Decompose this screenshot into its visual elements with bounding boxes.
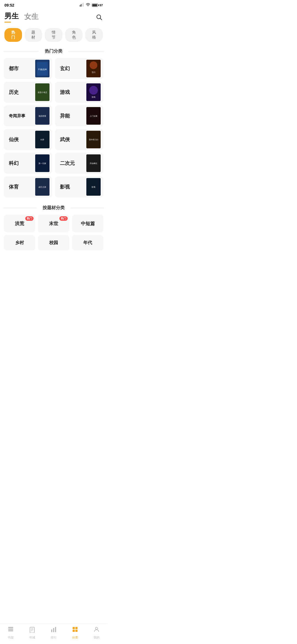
topic-section: 洪荒 热门 末世 热门 中短篇 乡村 校园 年代 [0, 215, 107, 250]
svg-point-15 [89, 86, 98, 95]
book-cover-仙侠: 剑界 [35, 131, 50, 148]
category-card-影视[interactable]: 影视 影视 [55, 176, 103, 197]
category-label-游戏: 游戏 [60, 89, 70, 95]
category-label-科幻: 科幻 [9, 160, 19, 167]
hot-section-title: 热门分类 [0, 48, 107, 54]
category-label-奇闻异事: 奇闻异事 [9, 113, 25, 119]
status-icons: 97 [80, 3, 103, 7]
book-cover-历史: 逍遥小地主 [35, 83, 50, 101]
tab-male[interactable]: 男生 [4, 11, 19, 24]
category-card-异能[interactable]: 异能 上门女婿 [55, 105, 103, 126]
book-cover-二次元: 开始峰狂 [86, 154, 101, 172]
wifi-icon [86, 3, 90, 7]
genre-zhongduan[interactable]: 中短篇 [72, 215, 103, 232]
genre-xiaoyuan[interactable]: 校园 [38, 235, 69, 250]
battery-icon: 97 [92, 4, 103, 7]
book-cover-武侠: 雪中悍刀行 [86, 131, 101, 148]
book-cover-科幻: 第一玩家 [35, 154, 50, 172]
svg-text:游戏: 游戏 [92, 96, 95, 98]
svg-text:诡国密案: 诡国密案 [38, 115, 46, 117]
category-label-武侠: 武侠 [60, 136, 70, 143]
svg-text:逍遥小地主: 逍遥小地主 [38, 91, 47, 93]
tab-female[interactable]: 女生 [24, 12, 38, 24]
category-grid: 都市 不败战神 玄幻 玄幻 [0, 58, 107, 197]
book-cover-影视: 影视 [86, 178, 101, 196]
category-label-玄幻: 玄幻 [60, 65, 70, 72]
svg-text:不败战神: 不败战神 [38, 68, 47, 71]
filter-tabs-row: 热门 题材 情节 角色 风格 [0, 24, 107, 42]
svg-text:开始峰狂: 开始峰狂 [90, 162, 97, 165]
book-cover-奇闻异事: 诡国密案 [35, 107, 50, 125]
book-cover-玄幻: 玄幻 [86, 60, 101, 77]
category-card-奇闻异事[interactable]: 奇闻异事 诡国密案 [4, 105, 52, 126]
category-label-体育: 体育 [9, 184, 19, 190]
category-card-二次元[interactable]: 二次元 开始峰狂 [55, 153, 103, 174]
genre-honghuang[interactable]: 洪荒 热门 [4, 215, 35, 232]
category-card-游戏[interactable]: 游戏 游戏 [55, 82, 103, 103]
category-card-科幻[interactable]: 科幻 第一玩家 [4, 153, 52, 174]
svg-point-10 [90, 61, 97, 69]
book-cover-都市: 不败战神 [35, 60, 50, 77]
filter-topic[interactable]: 题材 [25, 28, 42, 42]
genre-xiangcun[interactable]: 乡村 [4, 235, 35, 250]
filter-role[interactable]: 角色 [65, 28, 83, 42]
svg-text:剑界: 剑界 [40, 139, 44, 141]
filter-plot[interactable]: 情节 [45, 28, 62, 42]
genre-moshi[interactable]: 末世 热门 [38, 215, 69, 232]
svg-line-5 [100, 18, 102, 20]
signal-icon [80, 3, 84, 7]
book-cover-游戏: 游戏 [86, 83, 101, 101]
status-bar: 09:52 97 [0, 0, 107, 9]
genre-row-2: 乡村 校园 年代 [4, 235, 103, 250]
hot-badge-honghuang: 热门 [25, 216, 34, 221]
category-card-武侠[interactable]: 武侠 雪中悍刀行 [55, 129, 103, 150]
search-button[interactable] [96, 14, 103, 22]
svg-text:玄幻: 玄幻 [92, 71, 95, 73]
category-label-历史: 历史 [9, 89, 19, 95]
filter-style[interactable]: 风格 [85, 28, 103, 42]
top-navigation: 男生 女生 [0, 9, 107, 24]
svg-text:影视: 影视 [92, 186, 95, 188]
book-cover-异能: 上门女婿 [86, 107, 101, 125]
category-card-历史[interactable]: 历史 逍遥小地主 [4, 82, 52, 103]
hot-badge-moshi: 热门 [59, 216, 68, 221]
category-label-二次元: 二次元 [60, 160, 75, 167]
category-label-异能: 异能 [60, 113, 70, 119]
category-card-都市[interactable]: 都市 不败战神 [4, 58, 52, 79]
svg-text:超巨之路: 超巨之路 [38, 186, 46, 188]
book-cover-体育: 超巨之路 [35, 178, 50, 196]
category-card-仙侠[interactable]: 仙侠 剑界 [4, 129, 52, 150]
filter-hot[interactable]: 热门 [4, 28, 22, 42]
svg-text:雪中悍刀行: 雪中悍刀行 [89, 139, 98, 141]
category-card-体育[interactable]: 体育 超巨之路 [4, 176, 52, 197]
svg-text:上门女婿: 上门女婿 [90, 115, 97, 117]
category-label-都市: 都市 [9, 65, 19, 72]
category-label-影视: 影视 [60, 184, 70, 190]
genre-niandai[interactable]: 年代 [72, 235, 103, 250]
svg-text:第一玩家: 第一玩家 [38, 162, 46, 165]
category-card-玄幻[interactable]: 玄幻 玄幻 [55, 58, 103, 79]
topic-section-title: 按题材分类 [0, 205, 107, 211]
category-label-仙侠: 仙侠 [9, 136, 19, 143]
time-display: 09:52 [4, 3, 14, 7]
genre-row-1: 洪荒 热门 末世 热门 中短篇 [4, 215, 103, 232]
